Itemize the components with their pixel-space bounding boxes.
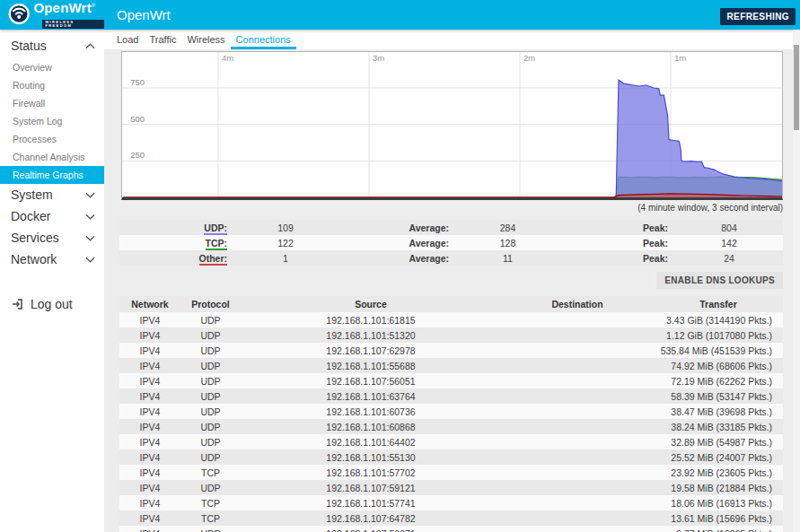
peak-value: 804: [675, 222, 783, 233]
sidebar-item-system-log[interactable]: System Log: [0, 112, 104, 130]
legend-label: TCP:: [119, 238, 234, 249]
peak-label: Peak:: [559, 238, 675, 249]
chevron-down-icon: [85, 214, 95, 220]
scrollbar-thumb[interactable]: [794, 45, 799, 130]
average-value: 11: [456, 253, 559, 264]
cell-protocol: UDP: [180, 483, 241, 493]
svg-text:250: 250: [130, 150, 145, 160]
current-value: 1: [234, 253, 337, 264]
sidebar-item-channel-analysis[interactable]: Channel Analysis: [0, 148, 104, 166]
chart-window-caption: (4 minute window, 3 second interval): [104, 203, 783, 213]
cell-network: IPV4: [119, 452, 180, 463]
peak-value: 24: [675, 253, 783, 264]
peak-label: Peak:: [559, 253, 675, 264]
cell-transfer: 19.58 MiB (21884 Pkts.): [654, 483, 783, 493]
cell-protocol: UDP: [180, 422, 241, 432]
svg-text:3m: 3m: [373, 53, 384, 63]
connections-table: NetworkProtocolSourceDestinationTransfer…: [119, 296, 783, 532]
sidebar-item-routing[interactable]: Routing: [0, 76, 104, 94]
column-header-transfer: Transfer: [654, 299, 783, 310]
openwrt-logo: OpenWrt® WIRELESS FREEDOM: [7, 1, 104, 30]
cell-source: 192.168.1.107:59121: [241, 483, 501, 493]
sidebar: Status OverviewRoutingFirewallSystem Log…: [0, 30, 104, 532]
main-content: LoadTrafficWirelessConnections 250500750…: [104, 30, 800, 532]
average-label: Average:: [337, 222, 456, 233]
current-value: 109: [234, 222, 337, 233]
cell-source: 192.168.1.107:56671: [241, 528, 501, 532]
cell-transfer: 23.92 MiB (23605 Pkts.): [654, 467, 783, 478]
cell-transfer: 9.77 MiB (10265 Pkts.): [654, 528, 783, 532]
tab-connections[interactable]: Connections: [231, 31, 296, 49]
cell-network: IPV4: [119, 315, 180, 326]
svg-text:500: 500: [130, 114, 145, 124]
cell-protocol: UDP: [180, 437, 241, 448]
svg-text:750: 750: [130, 77, 145, 87]
page-title: OpenWrt: [117, 7, 171, 22]
cell-transfer: 13.61 MiB (15696 Pkts.): [654, 513, 783, 524]
cell-protocol: UDP: [180, 345, 241, 356]
cell-protocol: UDP: [180, 528, 241, 532]
svg-text:2m: 2m: [523, 53, 535, 63]
sidebar-item-overview[interactable]: Overview: [0, 58, 104, 76]
cell-network: IPV4: [119, 437, 180, 448]
table-row: IPV4UDP192.168.1.107:62978535.84 MiB (45…: [119, 343, 783, 358]
vertical-scrollbar[interactable]: [793, 30, 800, 532]
chevron-up-icon: [85, 43, 95, 49]
sidebar-sections: SystemDockerServicesNetwork: [0, 184, 104, 270]
cell-transfer: 32.89 MiB (54987 Pkts.): [654, 437, 783, 448]
tab-load[interactable]: Load: [111, 31, 144, 49]
cell-transfer: 1.12 GiB (1017080 Pkts.): [654, 330, 783, 341]
cell-source: 192.168.1.101:60736: [241, 406, 501, 417]
sidebar-item-firewall[interactable]: Firewall: [0, 94, 104, 112]
cell-network: IPV4: [119, 483, 180, 493]
sidebar-section-label: Network: [11, 252, 57, 266]
sidebar-section-services[interactable]: Services: [0, 227, 104, 249]
connections-table-header: NetworkProtocolSourceDestinationTransfer: [119, 296, 783, 312]
cell-transfer: 3.43 GiB (3144190 Pkts.): [654, 315, 783, 326]
cell-network: IPV4: [119, 528, 180, 532]
sidebar-section-status[interactable]: Status: [0, 30, 104, 58]
cell-network: IPV4: [119, 376, 180, 387]
chevron-down-icon: [85, 192, 95, 198]
table-row: IPV4UDP192.168.1.101:5513025.52 MiB (240…: [119, 449, 783, 465]
cell-source: 192.168.1.101:57741: [241, 498, 501, 509]
logout-button[interactable]: Log out: [0, 292, 104, 317]
connections-table-body: IPV4UDP192.168.1.101:618153.43 GiB (3144…: [119, 312, 783, 532]
table-row: IPV4UDP192.168.1.107:5912119.58 MiB (218…: [119, 480, 783, 495]
sidebar-section-label: Services: [11, 231, 59, 245]
tab-traffic[interactable]: Traffic: [144, 31, 181, 49]
cell-network: IPV4: [119, 345, 180, 356]
cell-source: 192.168.1.101:57702: [241, 467, 501, 478]
sidebar-section-docker[interactable]: Docker: [0, 205, 104, 227]
cell-source: 192.168.1.107:62978: [241, 345, 501, 356]
sidebar-section-system[interactable]: System: [0, 184, 104, 205]
cell-network: IPV4: [119, 467, 180, 478]
cell-source: 192.168.1.101:64402: [241, 437, 501, 448]
svg-text:1m: 1m: [674, 53, 686, 63]
sidebar-item-processes[interactable]: Processes: [0, 130, 104, 148]
cell-protocol: TCP: [180, 467, 241, 478]
sidebar-section-label: System: [11, 188, 53, 202]
table-row: IPV4UDP192.168.1.101:6376458.39 MiB (531…: [119, 388, 783, 404]
table-row: IPV4UDP192.168.1.107:5605172.19 MiB (622…: [119, 373, 783, 388]
sidebar-section-network[interactable]: Network: [0, 249, 104, 270]
table-row: IPV4TCP192.168.1.107:6478213.61 MiB (156…: [119, 510, 783, 526]
logout-label: Log out: [31, 297, 73, 311]
status-subitems: OverviewRoutingFirewallSystem LogProcess…: [0, 58, 104, 184]
cell-transfer: 38.47 MiB (39698 Pkts.): [654, 406, 783, 417]
cell-transfer: 72.19 MiB (62262 Pkts.): [654, 376, 783, 387]
refreshing-button[interactable]: REFRESHING: [720, 8, 796, 25]
logo-registered-mark: ®: [92, 2, 95, 7]
cell-protocol: UDP: [180, 376, 241, 387]
enable-dns-lookups-button[interactable]: ENABLE DNS LOOKUPS: [656, 272, 783, 289]
logo-tagline: WIRELESS FREEDOM: [42, 20, 104, 29]
tab-wireless[interactable]: Wireless: [181, 31, 230, 49]
top-header: OpenWrt® WIRELESS FREEDOM OpenWrt REFRES…: [0, 0, 800, 30]
sidebar-item-realtime-graphs[interactable]: Realtime Graphs: [0, 166, 104, 184]
cell-source: 192.168.1.107:56051: [241, 376, 501, 387]
cell-protocol: UDP: [180, 330, 241, 341]
cell-transfer: 18.06 MiB (16913 Pkts.): [654, 498, 783, 509]
tabs-bar: LoadTrafficWirelessConnections: [104, 30, 800, 49]
average-value: 284: [456, 222, 559, 233]
legend-label: UDP:: [119, 222, 234, 233]
